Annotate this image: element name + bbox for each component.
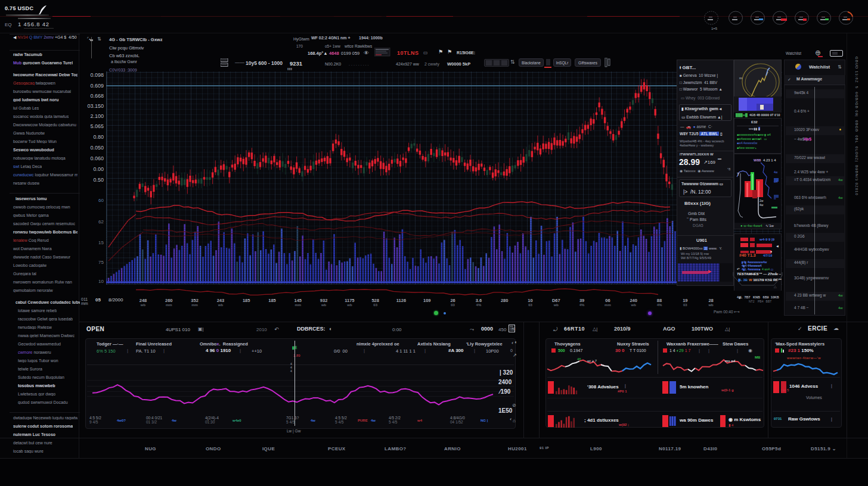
svg-text:4.23 1 4: 4.23 1 4 [763,158,776,162]
svg-text:T: T [737,172,740,176]
svg-text:2w: 2w [760,199,764,202]
svg-text:W88: W88 [754,158,761,162]
svg-text:4w: 4w [760,203,764,207]
svg-text:m: m [739,76,742,80]
svg-text:4w: 4w [774,170,778,174]
